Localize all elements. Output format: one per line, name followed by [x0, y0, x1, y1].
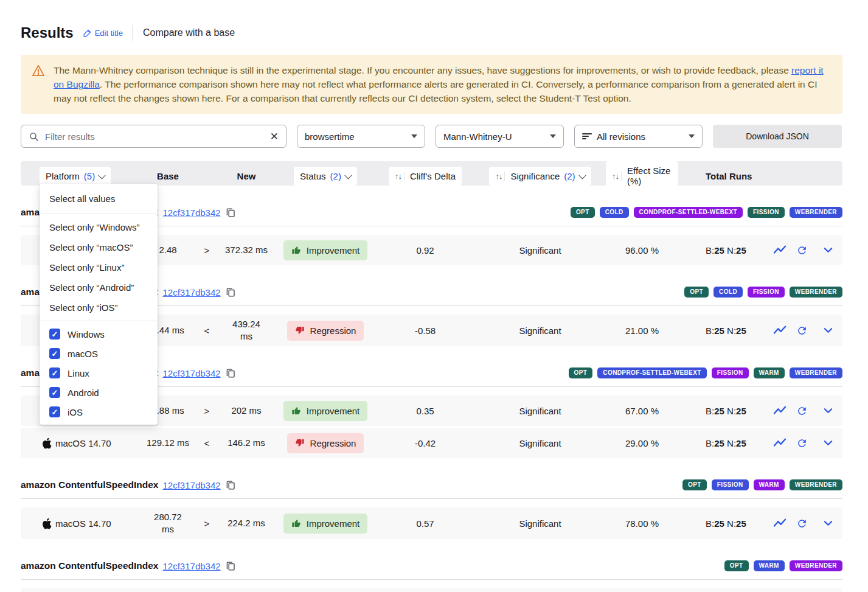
- copy-icon[interactable]: [226, 287, 235, 298]
- refresh-icon[interactable]: [796, 245, 808, 256]
- tag-badge: CONDPROF-SETTLED-WEBEXT: [634, 207, 743, 218]
- comparison-sign: >: [196, 245, 218, 256]
- edit-title-button[interactable]: Edit title: [83, 29, 123, 38]
- platform-checkbox-windows[interactable]: ✓ Windows: [40, 324, 158, 344]
- graph-icon[interactable]: [773, 437, 786, 448]
- revision-link[interactable]: 12cf317db342: [163, 561, 221, 571]
- platform-checkbox-linux[interactable]: ✓ Linux: [40, 363, 158, 383]
- refresh-icon[interactable]: [796, 405, 808, 417]
- section-divider: [21, 579, 842, 580]
- tag-badge: WEBRENDER: [790, 367, 842, 378]
- platform-label: macOS 14.70: [55, 438, 111, 448]
- significance-filter-button[interactable]: ↑↓ Significance (2): [489, 167, 591, 186]
- graph-icon[interactable]: [773, 405, 786, 416]
- header-divider: [133, 25, 133, 41]
- copy-icon[interactable]: [226, 207, 235, 218]
- warning-text: The Mann-Whitney comparison technique is…: [54, 63, 832, 105]
- copy-icon[interactable]: [226, 368, 235, 378]
- revisions-select[interactable]: All revisions: [574, 125, 703, 148]
- checkbox-checked-icon[interactable]: ✓: [49, 387, 60, 398]
- sort-icon[interactable]: ↑↓: [612, 172, 622, 181]
- framework-select[interactable]: browsertime: [297, 125, 425, 148]
- test-type-select[interactable]: Mann-Whitney-U: [436, 125, 564, 148]
- dropdown-divider: [40, 214, 158, 214]
- clear-filter-icon[interactable]: ✕: [270, 131, 279, 142]
- expand-row-chevron[interactable]: [824, 327, 833, 333]
- status-label: Regression: [310, 326, 356, 336]
- table-row[interactable]: macOS 14.70 280.72 ms > 224.2 ms Improve…: [21, 507, 842, 539]
- tag-badge: COLD: [600, 207, 629, 218]
- refresh-icon[interactable]: [796, 437, 808, 449]
- significance-value: Significant: [474, 326, 606, 336]
- dropdown-item-select-all[interactable]: Select all values: [40, 187, 158, 211]
- warning-banner: The Mann-Whitney comparison technique is…: [21, 55, 842, 114]
- comparison-sign: >: [196, 406, 218, 416]
- section-divider: [21, 498, 842, 499]
- thumbs-up-icon: [291, 518, 301, 528]
- dropdown-item-select-only-android[interactable]: Select only “Android”: [40, 277, 158, 298]
- graph-icon[interactable]: [773, 518, 786, 529]
- filter-input[interactable]: [45, 131, 264, 142]
- tag-badge: FISSION: [748, 287, 785, 298]
- column-header-total-runs: Total Runs: [678, 171, 760, 181]
- download-json-button[interactable]: Download JSON: [713, 125, 842, 148]
- cliffs-delta-value: 0.35: [376, 406, 474, 416]
- dropdown-divider: [40, 321, 158, 321]
- chevron-down-icon: [578, 171, 586, 179]
- platform-checkbox-android[interactable]: ✓ Android: [40, 383, 158, 402]
- page-title: Results: [21, 24, 74, 41]
- cliffs-delta-sort-button[interactable]: ↑↓ Cliff's Delta: [389, 167, 462, 186]
- checkbox-checked-icon[interactable]: ✓: [49, 406, 60, 417]
- tag-badge: WARM: [754, 479, 785, 490]
- tag-badge: FISSION: [712, 367, 749, 378]
- edit-title-label: Edit title: [95, 29, 123, 38]
- apple-icon: [41, 437, 52, 449]
- cliffs-delta-value: 0.57: [376, 518, 474, 529]
- effect-size-sort-button[interactable]: ↑↓ Effect Size (%): [606, 161, 678, 190]
- checkbox-checked-icon[interactable]: ✓: [49, 348, 60, 359]
- copy-icon[interactable]: [226, 480, 235, 490]
- platform-cell: macOS 14.70: [21, 518, 140, 529]
- dropdown-item-select-only-linux[interactable]: Select only “Linux”: [40, 257, 158, 277]
- refresh-icon[interactable]: [796, 325, 808, 336]
- new-value: 224.2 ms: [218, 517, 275, 529]
- platform-checkbox-macos[interactable]: ✓ macOS: [40, 344, 158, 363]
- tag-badge: OPT: [684, 287, 709, 298]
- checkbox-checked-icon[interactable]: ✓: [49, 367, 60, 378]
- platform-cell: macOS 14.70: [21, 437, 140, 449]
- expand-row-chevron[interactable]: [824, 247, 833, 253]
- base-value: 280.72 ms: [140, 511, 196, 535]
- copy-icon[interactable]: [226, 561, 235, 571]
- sort-icon[interactable]: ↑↓: [495, 172, 505, 181]
- graph-icon[interactable]: [773, 325, 786, 336]
- total-runs-value: B:25 N:25: [678, 245, 760, 256]
- apple-icon: [41, 518, 52, 529]
- new-value: 146.2 ms: [218, 437, 275, 449]
- status-label: Regression: [310, 438, 356, 448]
- table-row[interactable]: [21, 588, 842, 592]
- revision-link[interactable]: 12cf317db342: [163, 368, 221, 378]
- graph-icon[interactable]: [773, 245, 786, 256]
- expand-row-chevron[interactable]: [824, 440, 833, 446]
- platform-checkbox-ios[interactable]: ✓ iOS: [40, 402, 158, 422]
- revision-link[interactable]: 12cf317db342: [163, 207, 221, 218]
- revision-link[interactable]: 12cf317db342: [163, 287, 221, 298]
- dropdown-item-select-only-ios[interactable]: Select only “iOS”: [40, 298, 158, 318]
- effect-size-value: 67.00 %: [606, 406, 678, 416]
- sort-icon[interactable]: ↑↓: [395, 172, 404, 181]
- refresh-icon[interactable]: [796, 518, 808, 529]
- chevron-down-icon: [98, 171, 106, 179]
- status-filter-button[interactable]: Status (2): [294, 167, 357, 186]
- dropdown-item-select-only-macos[interactable]: Select only “macOS”: [40, 237, 158, 257]
- revision-link[interactable]: 12cf317db342: [163, 480, 221, 490]
- cliffs-delta-value: -0.42: [376, 438, 474, 448]
- status-label: Improvement: [307, 406, 360, 416]
- dropdown-item-select-only-windows[interactable]: Select only “Windows”: [40, 217, 158, 237]
- table-row[interactable]: macOS 14.70 129.12 ms < 146.2 ms Regress…: [21, 428, 842, 458]
- expand-row-chevron[interactable]: [824, 408, 833, 414]
- comparison-sign: <: [196, 438, 218, 448]
- tag-badge: WARM: [754, 560, 785, 571]
- expand-row-chevron[interactable]: [824, 520, 833, 526]
- platform-filter-button[interactable]: Platform (5): [40, 167, 111, 186]
- checkbox-checked-icon[interactable]: ✓: [49, 329, 60, 340]
